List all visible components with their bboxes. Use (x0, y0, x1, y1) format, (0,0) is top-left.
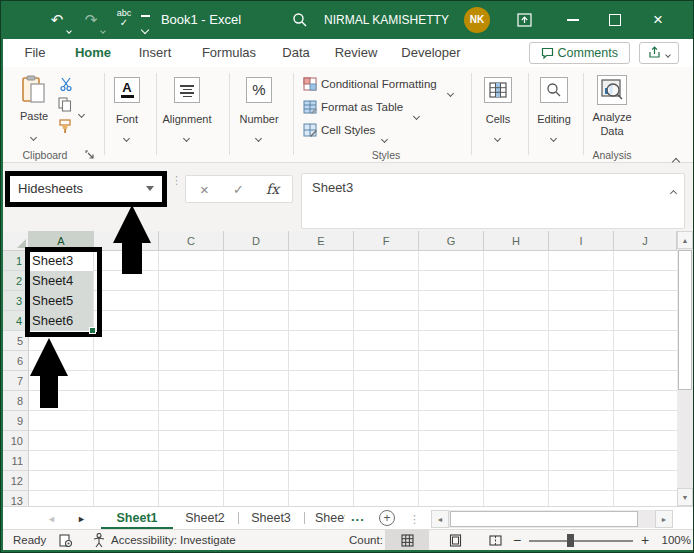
scroll-right-icon[interactable]: ► (655, 510, 673, 528)
tab-home[interactable]: Home (71, 39, 115, 70)
row-header-11[interactable]: 11 (3, 451, 29, 471)
conditional-formatting-button[interactable]: Conditional Formatting (321, 78, 437, 90)
column-header-c[interactable]: C (159, 231, 224, 251)
analyze-data-label-line2[interactable]: Data (583, 125, 641, 137)
sheet-tab-overflow-ellipsis[interactable]: ... (351, 507, 365, 527)
share-button[interactable] (639, 42, 679, 64)
view-page-break-button[interactable] (479, 530, 511, 550)
avatar[interactable]: NK (464, 7, 490, 33)
macro-record-icon[interactable] (59, 534, 72, 547)
accessibility-icon[interactable] (93, 533, 106, 548)
font-dropdown-icon[interactable] (124, 127, 129, 145)
row-header-9[interactable]: 9 (3, 411, 29, 431)
zoom-level[interactable]: 100% (657, 530, 691, 550)
format-as-table-dropdown-icon[interactable] (414, 105, 419, 123)
clipboard-dialog-launcher-icon[interactable] (85, 150, 94, 159)
font-group-icon[interactable]: A (114, 77, 140, 103)
tab-file[interactable]: File (17, 39, 53, 67)
copy-icon[interactable] (58, 97, 72, 112)
format-painter-icon[interactable] (58, 119, 73, 134)
sheet-tab-sheet1[interactable]: Sheet1 (101, 507, 173, 530)
paste-icon[interactable] (21, 75, 47, 105)
alignment-dropdown-icon[interactable] (184, 127, 189, 145)
zoom-slider-track[interactable] (529, 540, 633, 542)
analyze-data-label-line1[interactable]: Analyze (583, 111, 641, 123)
row-header-6[interactable]: 6 (3, 351, 29, 371)
search-icon[interactable] (292, 12, 308, 28)
alignment-group-icon[interactable] (174, 77, 200, 103)
view-page-layout-button[interactable] (439, 530, 471, 550)
cancel-icon[interactable]: × (200, 181, 209, 198)
row-header-13[interactable]: 13 (3, 491, 29, 506)
zoom-slider-handle[interactable] (567, 534, 574, 547)
row-header-7[interactable]: 7 (3, 371, 29, 391)
vertical-scrollbar-thumb[interactable] (678, 250, 692, 390)
view-normal-button[interactable] (385, 530, 429, 550)
editing-group-icon[interactable] (540, 77, 568, 103)
scroll-up-icon[interactable]: ▲ (677, 231, 693, 249)
tab-data[interactable]: Data (277, 39, 315, 67)
tab-insert[interactable]: Insert (133, 39, 177, 67)
formula-input[interactable]: Sheet3 (301, 173, 685, 229)
column-header-e[interactable]: E (289, 231, 354, 251)
selection-fill-handle[interactable] (89, 327, 96, 334)
row-header-8[interactable]: 8 (3, 391, 29, 411)
tab-developer[interactable]: Developer (397, 39, 465, 67)
maximize-button[interactable] (609, 14, 621, 26)
redo-icon[interactable]: ↷ (81, 1, 101, 39)
row-header-12[interactable]: 12 (3, 471, 29, 491)
horizontal-scrollbar-thumb[interactable] (450, 511, 638, 527)
formula-bar-resize-handle[interactable]: ⋮ (171, 177, 182, 184)
column-header-f[interactable]: F (354, 231, 419, 251)
sheet-tab-sheet4[interactable]: Sheet4 (309, 507, 345, 530)
comments-button[interactable]: Comments (529, 42, 630, 64)
sheet-tab-sheet2[interactable]: Sheet2 (173, 507, 237, 530)
formula-bar-collapse-icon[interactable] (671, 182, 676, 200)
cell-styles-dropdown-icon[interactable] (382, 128, 387, 146)
close-button[interactable]: × (653, 1, 663, 39)
scroll-down-icon[interactable]: ▼ (677, 488, 693, 506)
copy-dropdown-icon[interactable] (79, 103, 84, 121)
sheet-tab-sheet3[interactable]: Sheet3 (239, 507, 303, 530)
undo-dropdown-icon[interactable] (67, 19, 71, 37)
minimize-button[interactable] (567, 19, 579, 21)
cut-icon[interactable] (59, 77, 73, 91)
cells-area[interactable] (29, 251, 677, 506)
column-header-d[interactable]: D (224, 231, 289, 251)
paste-dropdown-icon[interactable] (31, 126, 36, 144)
redo-dropdown-icon[interactable] (101, 19, 105, 37)
number-group-icon[interactable]: % (246, 77, 272, 103)
column-header-j[interactable]: J (614, 231, 677, 251)
scroll-left-icon[interactable]: ◄ (431, 510, 449, 528)
sheet-nav-right-icon[interactable]: ► (77, 509, 86, 529)
zoom-in-button[interactable]: + (641, 530, 649, 550)
alignment-group-label[interactable]: Alignment (153, 113, 221, 125)
number-group-label[interactable]: Number (229, 113, 289, 125)
paste-label[interactable]: Paste (13, 110, 55, 122)
zoom-out-button[interactable]: − (513, 530, 521, 550)
insert-function-icon[interactable]: fx (266, 181, 279, 197)
conditional-formatting-dropdown-icon[interactable] (448, 82, 453, 100)
editing-dropdown-icon[interactable] (551, 127, 556, 145)
spelling-icon[interactable]: abc ✓ (113, 8, 135, 28)
editing-group-label[interactable]: Editing (529, 113, 579, 125)
accessibility-status[interactable]: Accessibility: Investigate (111, 530, 236, 550)
cells-dropdown-icon[interactable] (495, 127, 500, 145)
cells-group-label[interactable]: Cells (476, 113, 520, 125)
format-as-table-button[interactable]: Format as Table (321, 101, 403, 113)
tab-formulas[interactable]: Formulas (197, 39, 261, 67)
number-dropdown-icon[interactable] (256, 127, 261, 145)
tab-review[interactable]: Review (331, 39, 381, 67)
font-group-label[interactable]: Font (104, 113, 150, 125)
undo-icon[interactable]: ↶ (47, 1, 67, 39)
sheet-nav-left-icon[interactable]: ◄ (47, 509, 56, 529)
analyze-data-icon[interactable] (597, 75, 627, 105)
row-header-10[interactable]: 10 (3, 431, 29, 451)
column-header-h[interactable]: H (484, 231, 549, 251)
user-name[interactable]: NIRMAL KAMISHETTY (324, 1, 459, 39)
cell-styles-button[interactable]: Cell Styles (321, 124, 375, 136)
ribbon-display-options-icon[interactable] (517, 13, 532, 27)
new-sheet-button[interactable]: + (379, 510, 395, 526)
column-header-i[interactable]: I (549, 231, 614, 251)
column-header-g[interactable]: G (419, 231, 484, 251)
